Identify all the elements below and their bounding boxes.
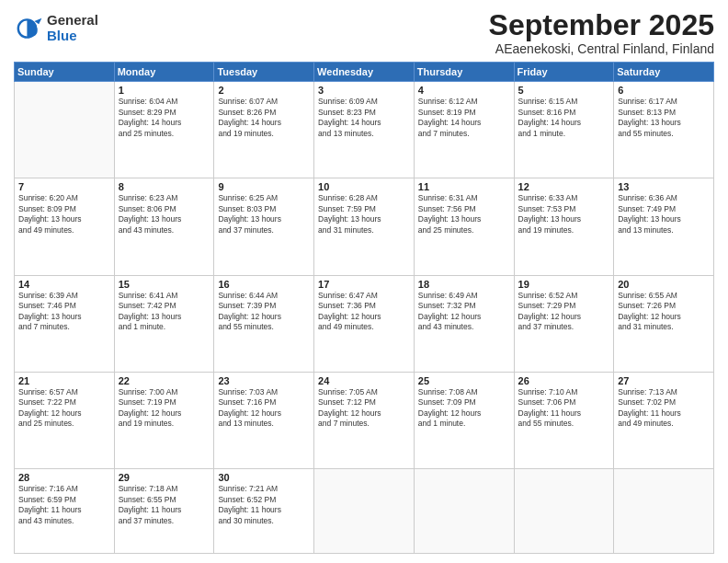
- day-number: 12: [518, 181, 610, 192]
- day-info: Sunrise: 6:07 AM Sunset: 8:26 PM Dayligh…: [218, 97, 310, 139]
- calendar-cell: [314, 469, 415, 554]
- calendar-cell: 26Sunrise: 7:10 AM Sunset: 7:06 PM Dayli…: [514, 372, 614, 468]
- day-number: 6: [618, 85, 710, 96]
- calendar-cell: 19Sunrise: 6:52 AM Sunset: 7:29 PM Dayli…: [514, 275, 614, 372]
- day-number: 30: [218, 472, 310, 483]
- calendar-cell: [614, 469, 714, 554]
- day-info: Sunrise: 6:55 AM Sunset: 7:26 PM Dayligh…: [618, 291, 710, 333]
- day-info: Sunrise: 6:09 AM Sunset: 8:23 PM Dayligh…: [318, 97, 410, 139]
- calendar-cell: [414, 469, 514, 554]
- day-info: Sunrise: 7:18 AM Sunset: 6:55 PM Dayligh…: [119, 484, 210, 526]
- day-info: Sunrise: 6:39 AM Sunset: 7:46 PM Dayligh…: [18, 291, 110, 333]
- day-info: Sunrise: 6:41 AM Sunset: 7:42 PM Dayligh…: [119, 291, 210, 333]
- day-number: 8: [119, 181, 210, 192]
- day-info: Sunrise: 7:16 AM Sunset: 6:59 PM Dayligh…: [18, 484, 110, 526]
- day-info: Sunrise: 6:12 AM Sunset: 8:19 PM Dayligh…: [418, 97, 510, 139]
- calendar-cell: 20Sunrise: 6:55 AM Sunset: 7:26 PM Dayli…: [614, 275, 714, 372]
- calendar-header-wednesday: Wednesday: [314, 63, 415, 82]
- day-info: Sunrise: 6:15 AM Sunset: 8:16 PM Dayligh…: [518, 97, 610, 139]
- calendar-cell: 17Sunrise: 6:47 AM Sunset: 7:36 PM Dayli…: [314, 275, 415, 372]
- day-info: Sunrise: 6:47 AM Sunset: 7:36 PM Dayligh…: [318, 291, 410, 333]
- calendar-cell: 28Sunrise: 7:16 AM Sunset: 6:59 PM Dayli…: [15, 469, 115, 554]
- calendar-header-saturday: Saturday: [614, 63, 714, 82]
- calendar-header-monday: Monday: [114, 63, 214, 82]
- calendar-header-thursday: Thursday: [414, 63, 514, 82]
- calendar-cell: 7Sunrise: 6:20 AM Sunset: 8:09 PM Daylig…: [15, 178, 115, 275]
- calendar-cell: 1Sunrise: 6:04 AM Sunset: 8:29 PM Daylig…: [114, 82, 214, 178]
- day-number: 5: [518, 85, 610, 96]
- day-number: 9: [218, 181, 310, 192]
- day-info: Sunrise: 7:03 AM Sunset: 7:16 PM Dayligh…: [218, 387, 310, 430]
- calendar-cell: 16Sunrise: 6:44 AM Sunset: 7:39 PM Dayli…: [214, 275, 314, 372]
- calendar-cell: 11Sunrise: 6:31 AM Sunset: 7:56 PM Dayli…: [414, 178, 514, 275]
- calendar-cell: 12Sunrise: 6:33 AM Sunset: 7:53 PM Dayli…: [514, 178, 614, 275]
- logo: General Blue: [14, 13, 98, 43]
- day-number: 2: [218, 85, 310, 96]
- day-info: Sunrise: 6:49 AM Sunset: 7:32 PM Dayligh…: [418, 291, 510, 333]
- page-title: September 2025: [489, 9, 714, 41]
- logo-general: General: [47, 13, 98, 29]
- day-info: Sunrise: 6:28 AM Sunset: 7:59 PM Dayligh…: [318, 193, 410, 236]
- day-info: Sunrise: 6:33 AM Sunset: 7:53 PM Dayligh…: [518, 193, 610, 236]
- day-number: 22: [119, 375, 210, 386]
- calendar-cell: 15Sunrise: 6:41 AM Sunset: 7:42 PM Dayli…: [114, 275, 214, 372]
- day-info: Sunrise: 6:36 AM Sunset: 7:49 PM Dayligh…: [618, 193, 710, 236]
- day-number: 15: [119, 279, 210, 290]
- calendar-cell: 14Sunrise: 6:39 AM Sunset: 7:46 PM Dayli…: [15, 275, 115, 372]
- day-number: 16: [218, 279, 310, 290]
- calendar-cell: 21Sunrise: 6:57 AM Sunset: 7:22 PM Dayli…: [15, 372, 115, 468]
- calendar-cell: 3Sunrise: 6:09 AM Sunset: 8:23 PM Daylig…: [314, 82, 415, 178]
- calendar-header-friday: Friday: [514, 63, 614, 82]
- calendar-cell: 8Sunrise: 6:23 AM Sunset: 8:06 PM Daylig…: [114, 178, 214, 275]
- calendar-cell: 10Sunrise: 6:28 AM Sunset: 7:59 PM Dayli…: [314, 178, 415, 275]
- day-info: Sunrise: 6:23 AM Sunset: 8:06 PM Dayligh…: [119, 193, 210, 236]
- day-info: Sunrise: 6:20 AM Sunset: 8:09 PM Dayligh…: [18, 193, 110, 236]
- calendar-cell: 27Sunrise: 7:13 AM Sunset: 7:02 PM Dayli…: [614, 372, 714, 468]
- title-block: September 2025 AEaenekoski, Central Finl…: [489, 9, 714, 56]
- day-info: Sunrise: 7:21 AM Sunset: 6:52 PM Dayligh…: [218, 484, 310, 526]
- day-number: 14: [18, 279, 110, 290]
- calendar-cell: 4Sunrise: 6:12 AM Sunset: 8:19 PM Daylig…: [414, 82, 514, 178]
- day-info: Sunrise: 7:13 AM Sunset: 7:02 PM Dayligh…: [618, 387, 710, 430]
- day-info: Sunrise: 7:05 AM Sunset: 7:12 PM Dayligh…: [318, 387, 410, 430]
- day-number: 11: [418, 181, 510, 192]
- day-number: 21: [18, 375, 110, 386]
- day-info: Sunrise: 6:25 AM Sunset: 8:03 PM Dayligh…: [218, 193, 310, 236]
- day-number: 19: [518, 279, 610, 290]
- calendar-table: SundayMondayTuesdayWednesdayThursdayFrid…: [14, 62, 714, 554]
- day-number: 26: [518, 375, 610, 386]
- calendar-cell: [514, 469, 614, 554]
- day-number: 10: [318, 181, 410, 192]
- day-number: 25: [418, 375, 510, 386]
- day-number: 17: [318, 279, 410, 290]
- day-info: Sunrise: 7:08 AM Sunset: 7:09 PM Dayligh…: [418, 387, 510, 430]
- day-info: Sunrise: 6:44 AM Sunset: 7:39 PM Dayligh…: [218, 291, 310, 333]
- day-number: 13: [618, 181, 710, 192]
- page-subtitle: AEaenekoski, Central Finland, Finland: [489, 41, 714, 56]
- day-info: Sunrise: 6:57 AM Sunset: 7:22 PM Dayligh…: [18, 387, 110, 430]
- day-number: 28: [18, 472, 110, 483]
- day-info: Sunrise: 6:31 AM Sunset: 7:56 PM Dayligh…: [418, 193, 510, 236]
- day-info: Sunrise: 6:04 AM Sunset: 8:29 PM Dayligh…: [119, 97, 210, 139]
- calendar-cell: 5Sunrise: 6:15 AM Sunset: 8:16 PM Daylig…: [514, 82, 614, 178]
- calendar-cell: 29Sunrise: 7:18 AM Sunset: 6:55 PM Dayli…: [114, 469, 214, 554]
- calendar-cell: [15, 82, 115, 178]
- calendar-cell: 23Sunrise: 7:03 AM Sunset: 7:16 PM Dayli…: [214, 372, 314, 468]
- day-info: Sunrise: 6:17 AM Sunset: 8:13 PM Dayligh…: [618, 97, 710, 139]
- day-info: Sunrise: 7:00 AM Sunset: 7:19 PM Dayligh…: [119, 387, 210, 430]
- logo-blue: Blue: [47, 29, 98, 44]
- calendar-cell: 2Sunrise: 6:07 AM Sunset: 8:26 PM Daylig…: [214, 82, 314, 178]
- day-number: 20: [618, 279, 710, 290]
- calendar-cell: 9Sunrise: 6:25 AM Sunset: 8:03 PM Daylig…: [214, 178, 314, 275]
- day-number: 23: [218, 375, 310, 386]
- day-number: 24: [318, 375, 410, 386]
- day-number: 7: [18, 181, 110, 192]
- day-info: Sunrise: 7:10 AM Sunset: 7:06 PM Dayligh…: [518, 387, 610, 430]
- calendar-cell: 22Sunrise: 7:00 AM Sunset: 7:19 PM Dayli…: [114, 372, 214, 468]
- day-number: 3: [318, 85, 410, 96]
- day-info: Sunrise: 6:52 AM Sunset: 7:29 PM Dayligh…: [518, 291, 610, 333]
- calendar-cell: 6Sunrise: 6:17 AM Sunset: 8:13 PM Daylig…: [614, 82, 714, 178]
- calendar-header-tuesday: Tuesday: [214, 63, 314, 82]
- calendar-cell: 24Sunrise: 7:05 AM Sunset: 7:12 PM Dayli…: [314, 372, 415, 468]
- day-number: 1: [119, 85, 210, 96]
